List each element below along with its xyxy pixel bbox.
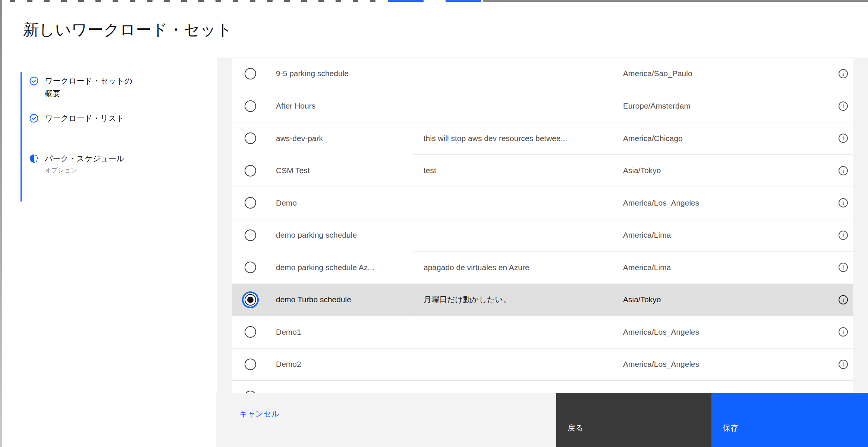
- checkmark-circle-icon: [29, 76, 38, 85]
- schedule-info-cell: i: [824, 57, 853, 90]
- schedule-timezone-cell: America/Lima: [615, 219, 824, 251]
- schedule-description: apagado de virtuales en Azure: [424, 263, 529, 272]
- schedule-description-cell: [413, 187, 615, 219]
- table-row[interactable]: Demo2 America/Los_Angeles i: [232, 348, 853, 381]
- schedule-timezone: America/Los_Angeles: [623, 328, 699, 337]
- schedule-description: this will stop aws dev resources betwee.…: [424, 134, 567, 143]
- info-icon[interactable]: i: [839, 134, 848, 143]
- table-row[interactable]: Demo1 America/Los_Angeles i: [232, 316, 853, 348]
- step-optional-label: オプション: [45, 166, 124, 175]
- schedule-timezone: Asia/Tokyo: [623, 295, 661, 304]
- modal-footer: キャンセル 戻る 保存: [216, 393, 868, 447]
- schedule-description-cell: test: [413, 154, 615, 187]
- cancel-button[interactable]: キャンセル: [239, 409, 279, 419]
- schedule-description-cell: [413, 219, 615, 251]
- schedule-name: Demo1: [276, 328, 301, 337]
- table-row[interactable]: [232, 380, 853, 393]
- schedule-name: CSM Test: [276, 166, 310, 175]
- schedule-name: Demo: [276, 199, 297, 207]
- schedule-name: demo parking schedule Az...: [276, 263, 374, 272]
- schedule-name-cell: Demo: [232, 187, 413, 219]
- table-row[interactable]: Demo America/Los_Angeles i: [232, 187, 853, 219]
- schedule-info-cell: i: [824, 348, 853, 381]
- schedule-info-cell: i: [824, 284, 853, 316]
- radio-button[interactable]: [245, 132, 256, 144]
- schedule-info-cell: i: [824, 316, 853, 348]
- radio-button[interactable]: [245, 165, 256, 176]
- radio-button[interactable]: [245, 229, 256, 241]
- radio-button[interactable]: [245, 197, 256, 209]
- schedule-timezone-cell: America/Chicago: [615, 122, 824, 154]
- schedule-name-cell: demo parking schedule: [232, 219, 413, 251]
- schedule-name-cell: demo Turbo schedule: [232, 284, 413, 316]
- step-park-schedule-options[interactable]: パーク・スケジュール オプション: [29, 152, 124, 175]
- schedule-description-cell: [413, 316, 615, 348]
- schedule-description: test: [424, 166, 436, 175]
- table-row[interactable]: After Hours Europe/Amsterdam i: [232, 90, 853, 122]
- radio-button[interactable]: [245, 359, 256, 370]
- incomplete-step-icon: [29, 154, 38, 163]
- table-row[interactable]: CSM Test test Asia/Tokyo i: [232, 154, 853, 187]
- info-icon[interactable]: i: [839, 69, 848, 78]
- checkmark-circle-icon: [29, 114, 38, 123]
- radio-button[interactable]: [245, 68, 256, 79]
- footer-cancel-area: キャンセル: [216, 393, 556, 447]
- schedule-timezone-cell: America/Lima: [615, 251, 824, 284]
- info-icon[interactable]: i: [839, 360, 848, 369]
- schedule-name-cell: demo parking schedule Az...: [232, 251, 413, 284]
- radio-button[interactable]: [245, 294, 256, 306]
- save-button[interactable]: 保存: [711, 393, 868, 447]
- info-icon[interactable]: i: [839, 101, 848, 111]
- schedule-name: aws-dev-park: [276, 134, 323, 143]
- info-icon[interactable]: i: [839, 198, 848, 207]
- schedule-timezone: America/Chicago: [623, 134, 683, 143]
- info-icon[interactable]: i: [839, 166, 848, 175]
- schedule-description-cell: [413, 90, 615, 122]
- table-row[interactable]: demo Turbo schedule 月曜日だけ動かしたい。 Asia/Tok…: [232, 284, 853, 316]
- background-panel-edge: [483, 0, 868, 2]
- info-icon[interactable]: i: [839, 231, 848, 240]
- modal-title: 新しいワークロード・セット: [23, 19, 232, 40]
- schedule-name-cell: [232, 380, 413, 393]
- schedule-name-cell: After Hours: [232, 90, 413, 122]
- schedule-timezone: America/Sao_Paulo: [623, 69, 692, 78]
- background-text-fragments: [10, 0, 386, 2]
- step-label: ワークロード・セットの 概要: [45, 75, 132, 100]
- table-row[interactable]: 9-5 parking schedule America/Sao_Paulo i: [232, 57, 853, 90]
- schedule-timezone-cell: Europe/Amsterdam: [615, 90, 824, 122]
- table-row[interactable]: demo parking schedule Az... apagado de v…: [232, 251, 853, 284]
- schedule-timezone: America/Los_Angeles: [623, 360, 699, 369]
- schedule-description-cell: 月曜日だけ動かしたい。: [413, 284, 615, 316]
- schedule-description-cell: apagado de virtuales en Azure: [413, 251, 615, 284]
- back-button[interactable]: 戻る: [556, 393, 711, 447]
- radio-button[interactable]: [245, 262, 256, 273]
- schedule-info-cell: i: [824, 251, 853, 284]
- info-icon[interactable]: i: [839, 295, 848, 304]
- step-workload-list[interactable]: ワークロード・リスト: [29, 112, 124, 125]
- stepper-progress-line: [21, 72, 22, 201]
- schedule-timezone-cell: Asia/Tokyo: [615, 284, 824, 316]
- schedule-name-cell: Demo2: [232, 348, 413, 381]
- info-icon[interactable]: i: [839, 263, 848, 272]
- schedule-info-cell: i: [824, 219, 853, 251]
- schedule-name-cell: 9-5 parking schedule: [232, 57, 413, 90]
- radio-button[interactable]: [245, 326, 256, 338]
- schedule-timezone: Asia/Tokyo: [623, 166, 661, 175]
- info-icon[interactable]: i: [839, 327, 848, 337]
- schedule-timezone-cell: America/Los_Angeles: [615, 348, 824, 381]
- schedule-timezone: America/Lima: [623, 263, 671, 272]
- schedule-timezone: Europe/Amsterdam: [623, 101, 691, 110]
- step-label: パーク・スケジュール オプション: [45, 152, 124, 175]
- table-row[interactable]: aws-dev-park this will stop aws dev reso…: [232, 122, 853, 154]
- schedule-description-cell: this will stop aws dev resources betwee.…: [413, 122, 615, 154]
- radio-button[interactable]: [245, 100, 256, 112]
- table-row[interactable]: demo parking schedule America/Lima i: [232, 219, 853, 251]
- schedule-name-cell: aws-dev-park: [232, 122, 413, 154]
- schedule-timezone-cell: [615, 380, 824, 393]
- step-workload-set-overview[interactable]: ワークロード・セットの 概要: [29, 75, 132, 100]
- schedule-description-cell: [413, 57, 615, 90]
- new-workload-set-modal: 新しいワークロード・セット ワークロード・セットの 概要: [2, 3, 868, 447]
- schedule-description-cell: [413, 348, 615, 381]
- background-link-fragment: [446, 0, 481, 2]
- schedule-name: demo Turbo schedule: [276, 295, 351, 304]
